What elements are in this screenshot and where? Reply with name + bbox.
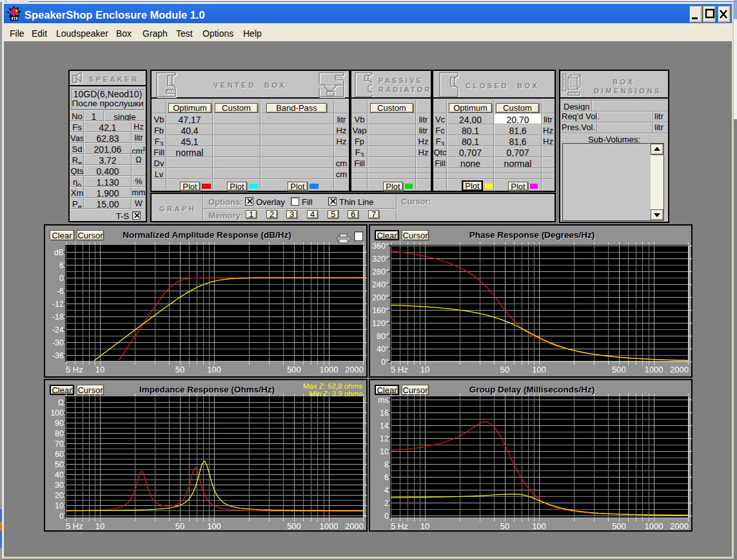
svg-text:10: 10 bbox=[420, 365, 429, 374]
svg-text:6: 6 bbox=[384, 473, 389, 482]
svg-text:90: 90 bbox=[55, 419, 64, 428]
svg-text:Ω: Ω bbox=[58, 398, 64, 407]
svg-text:280°: 280° bbox=[372, 267, 389, 276]
svg-text:1000: 1000 bbox=[645, 521, 663, 531]
svg-text:320°: 320° bbox=[372, 255, 389, 264]
svg-text:1000: 1000 bbox=[645, 365, 663, 374]
svg-text:80: 80 bbox=[55, 429, 64, 438]
svg-text:2000: 2000 bbox=[670, 521, 689, 531]
svg-text:0: 0 bbox=[384, 512, 389, 521]
svg-text:12: 12 bbox=[380, 434, 389, 443]
svg-text:30: 30 bbox=[55, 481, 64, 490]
svg-text:80°: 80° bbox=[377, 332, 389, 341]
svg-text:100: 100 bbox=[207, 365, 221, 374]
svg-text:dB: dB bbox=[54, 248, 64, 257]
svg-text:500: 500 bbox=[612, 365, 626, 374]
svg-text:ms: ms bbox=[378, 396, 389, 405]
svg-text:14: 14 bbox=[380, 421, 389, 430]
svg-text:200°: 200° bbox=[372, 293, 389, 302]
svg-text:2000: 2000 bbox=[345, 521, 364, 531]
svg-text:160°: 160° bbox=[372, 306, 389, 315]
svg-text:50: 50 bbox=[500, 365, 509, 374]
svg-text:5 Hz: 5 Hz bbox=[66, 521, 83, 531]
svg-text:240°: 240° bbox=[372, 280, 389, 289]
svg-text:10: 10 bbox=[95, 365, 104, 374]
svg-text:40: 40 bbox=[55, 470, 64, 479]
svg-text:500: 500 bbox=[287, 521, 301, 531]
svg-text:5 Hz: 5 Hz bbox=[391, 365, 408, 374]
svg-text:70: 70 bbox=[55, 439, 64, 449]
svg-text:50: 50 bbox=[175, 365, 184, 374]
svg-text:-12: -12 bbox=[52, 300, 64, 309]
svg-text:1000: 1000 bbox=[320, 521, 339, 531]
svg-text:0°: 0° bbox=[381, 358, 389, 367]
svg-text:2: 2 bbox=[384, 499, 389, 508]
svg-text:0: 0 bbox=[59, 512, 64, 521]
svg-text:120°: 120° bbox=[372, 319, 389, 328]
svg-text:-6: -6 bbox=[57, 287, 64, 296]
svg-text:0: 0 bbox=[59, 274, 64, 283]
svg-text:100: 100 bbox=[207, 521, 221, 531]
svg-text:500: 500 bbox=[287, 365, 301, 374]
svg-text:20: 20 bbox=[55, 491, 64, 500]
svg-text:10: 10 bbox=[420, 521, 429, 531]
svg-text:1000: 1000 bbox=[320, 365, 339, 374]
svg-text:60: 60 bbox=[55, 450, 64, 459]
svg-text:10: 10 bbox=[55, 501, 64, 510]
svg-text:100: 100 bbox=[532, 521, 546, 531]
svg-text:10: 10 bbox=[95, 521, 104, 531]
svg-text:40°: 40° bbox=[377, 345, 389, 354]
svg-text:8: 8 bbox=[384, 460, 389, 469]
svg-text:2000: 2000 bbox=[670, 365, 689, 374]
svg-text:10: 10 bbox=[380, 447, 389, 456]
svg-text:360°: 360° bbox=[372, 242, 389, 251]
svg-text:-36: -36 bbox=[52, 351, 64, 360]
svg-text:50: 50 bbox=[55, 460, 64, 469]
svg-text:100: 100 bbox=[532, 365, 546, 374]
svg-text:50: 50 bbox=[500, 521, 509, 531]
svg-text:4: 4 bbox=[384, 486, 389, 495]
svg-text:100: 100 bbox=[50, 409, 64, 418]
svg-text:6: 6 bbox=[59, 261, 64, 270]
svg-text:-30: -30 bbox=[52, 338, 64, 347]
svg-text:-18: -18 bbox=[52, 313, 64, 322]
svg-text:500: 500 bbox=[612, 521, 626, 531]
svg-text:2000: 2000 bbox=[345, 365, 364, 374]
svg-text:5 Hz: 5 Hz bbox=[391, 521, 408, 531]
svg-text:16: 16 bbox=[380, 409, 389, 418]
svg-text:5 Hz: 5 Hz bbox=[66, 365, 83, 374]
svg-text:-24: -24 bbox=[52, 325, 64, 334]
svg-text:50: 50 bbox=[175, 521, 184, 531]
